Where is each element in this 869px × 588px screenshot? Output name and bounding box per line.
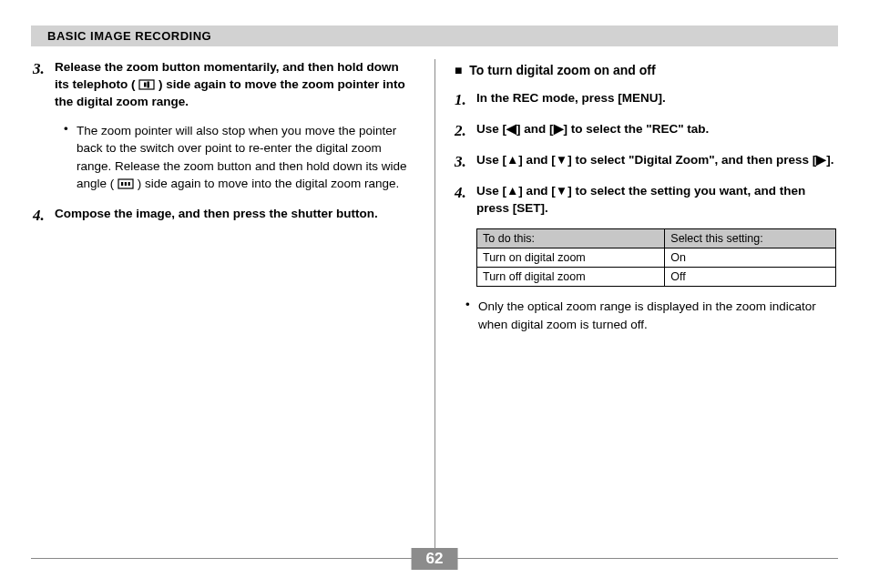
svg-rect-4 — [121, 182, 123, 186]
table-cell: On — [665, 248, 836, 268]
step-body: In the REC mode, press [MENU]. — [476, 90, 666, 110]
table-row: Turn off digital zoom Off — [477, 268, 836, 287]
step-body: Release the zoom button momentarily, and… — [55, 59, 414, 111]
r-step-1: 1. In the REC mode, press [MENU]. — [455, 90, 836, 110]
svg-rect-6 — [128, 182, 130, 186]
table-cell: Off — [665, 268, 836, 287]
bullet-item: • Only the optical zoom range is display… — [465, 298, 836, 333]
bullet-dot: • — [465, 298, 478, 333]
settings-table: To do this: Select this setting: Turn on… — [476, 228, 836, 287]
step-body: Compose the image, and then press the sh… — [55, 206, 378, 226]
step-number: 3. — [33, 59, 55, 111]
bullet-dot: • — [64, 122, 77, 193]
column-divider — [434, 59, 435, 556]
section-header: BASIC IMAGE RECORDING — [31, 25, 838, 46]
step-3: 3. Release the zoom button momentarily, … — [33, 59, 414, 111]
table-header-cell: Select this setting: — [665, 229, 836, 248]
subheading-text: To turn digital zoom on and off — [469, 63, 655, 77]
wide-angle-icon — [118, 178, 134, 189]
step-number: 4. — [455, 183, 476, 218]
bullet-text: The zoom pointer will also stop when you… — [77, 122, 414, 193]
bullet-text-post: ) side again to move into the digital zo… — [138, 177, 399, 190]
table-header-cell: To do this: — [477, 229, 665, 248]
right-column: ■ To turn digital zoom on and off 1. In … — [434, 59, 838, 532]
svg-rect-0 — [139, 80, 154, 89]
svg-rect-5 — [125, 182, 127, 186]
step-body: Use [◀] and [▶] to select the "REC" tab. — [476, 121, 709, 141]
svg-rect-1 — [144, 82, 147, 86]
table-cell: Turn on digital zoom — [477, 248, 665, 268]
telephoto-icon — [138, 79, 155, 90]
step-number: 1. — [455, 90, 476, 110]
r-step-2: 2. Use [◀] and [▶] to select the "REC" t… — [455, 121, 836, 141]
table-header-row: To do this: Select this setting: — [477, 229, 836, 248]
subheading: ■ To turn digital zoom on and off — [455, 63, 836, 77]
square-bullet-icon: ■ — [455, 63, 462, 77]
table-row: Turn on digital zoom On — [477, 248, 836, 268]
step-number: 3. — [455, 152, 476, 172]
step-number: 4. — [33, 206, 55, 226]
r-step-4: 4. Use [▲] and [▼] to select the setting… — [455, 183, 836, 218]
svg-rect-2 — [148, 81, 150, 87]
table-cell: Turn off digital zoom — [477, 268, 665, 287]
left-column: 3. Release the zoom button momentarily, … — [31, 59, 434, 532]
step-body: Use [▲] and [▼] to select the setting yo… — [476, 183, 836, 218]
page-number: 62 — [412, 548, 458, 570]
bullet-item: • The zoom pointer will also stop when y… — [64, 122, 414, 193]
bullet-text: Only the optical zoom range is displayed… — [478, 298, 836, 333]
step-4: 4. Compose the image, and then press the… — [33, 206, 414, 226]
step-number: 2. — [455, 121, 476, 141]
step-body: Use [▲] and [▼] to select "Digital Zoom"… — [476, 152, 834, 172]
r-step-3: 3. Use [▲] and [▼] to select "Digital Zo… — [455, 152, 836, 172]
